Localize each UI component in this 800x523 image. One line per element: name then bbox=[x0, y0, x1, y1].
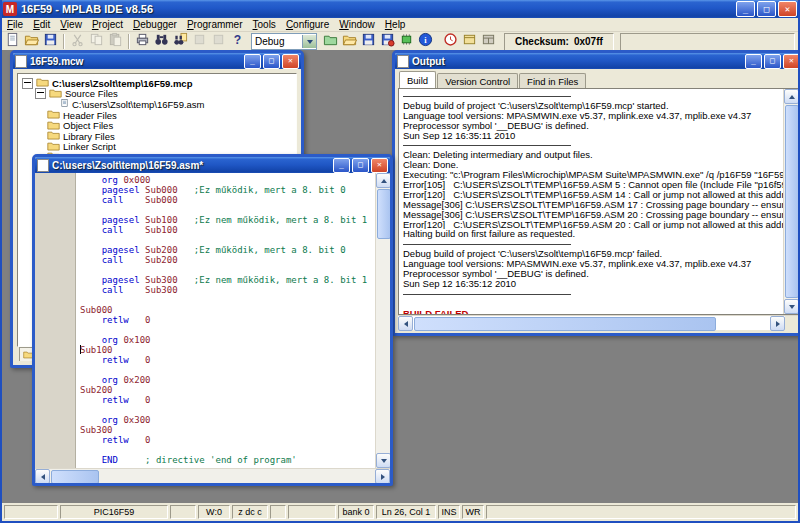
build-configuration-select[interactable]: Debug bbox=[251, 33, 317, 50]
output-window-titlebar[interactable]: Output _ □ ✕ bbox=[395, 53, 798, 69]
editor-window-titlebar[interactable]: C:\users\Zsolt\temp\16F59.asm* _ □ ✕ bbox=[35, 157, 390, 173]
code-line[interactable]: retlw 0 bbox=[80, 395, 375, 405]
tree-item[interactable]: Linker Script bbox=[20, 142, 294, 153]
output-horizontal-scrollbar[interactable] bbox=[398, 315, 798, 330]
menu-debugger[interactable]: Debugger bbox=[128, 19, 182, 30]
project-window-titlebar[interactable]: 16F59.mcw _ □ ✕ bbox=[13, 53, 301, 69]
code-line[interactable]: pagesel Sub000 ;Ez működik, mert a 8. bi… bbox=[80, 185, 375, 195]
code-line[interactable]: Sub200 bbox=[80, 385, 375, 395]
output-window[interactable]: Output _ □ ✕ BuildVersion ControlFind in… bbox=[392, 50, 798, 336]
code-line[interactable]: Sub100 bbox=[80, 345, 375, 355]
editor-horizontal-scrollbar[interactable] bbox=[35, 468, 390, 483]
scrollbar-thumb[interactable] bbox=[51, 470, 99, 484]
scrollbar-thumb[interactable] bbox=[414, 317, 716, 331]
tree-item[interactable]: Header Files bbox=[20, 110, 294, 121]
output-minimize-button[interactable]: _ bbox=[745, 54, 762, 69]
code-line[interactable] bbox=[80, 205, 375, 215]
code-line[interactable] bbox=[80, 365, 375, 375]
help-button[interactable]: ? bbox=[228, 33, 247, 50]
code-line[interactable]: call Sub200 bbox=[80, 255, 375, 265]
menu-help[interactable]: Help bbox=[380, 19, 411, 30]
editor-window[interactable]: C:\users\Zsolt\temp\16F59.asm* _ □ ✕ org… bbox=[32, 154, 393, 486]
code-line[interactable]: retlw 0 bbox=[80, 435, 375, 445]
tree-collapse-icon[interactable] bbox=[35, 88, 46, 99]
scroll-down-icon[interactable] bbox=[376, 453, 391, 468]
scroll-left-icon[interactable] bbox=[398, 316, 413, 331]
code-line[interactable] bbox=[80, 445, 375, 455]
breakpoints-button[interactable] bbox=[479, 33, 498, 50]
code-line[interactable]: call Sub000 bbox=[80, 195, 375, 205]
editor-vertical-scrollbar[interactable] bbox=[375, 173, 390, 468]
find-button[interactable] bbox=[152, 33, 171, 50]
code-editor[interactable]: org 0x000 pagesel Sub000 ;Ez működik, me… bbox=[76, 173, 375, 468]
output-maximize-button[interactable]: □ bbox=[764, 54, 781, 69]
tree-collapse-icon[interactable] bbox=[22, 78, 33, 89]
menu-project[interactable]: Project bbox=[87, 19, 128, 30]
tree-item[interactable]: Object Files bbox=[20, 120, 294, 131]
code-line[interactable]: END ; directive 'end of program' bbox=[80, 455, 375, 465]
save-workspace-button[interactable] bbox=[359, 33, 378, 50]
title-bar[interactable]: M 16F59 - MPLAB IDE v8.56 _ □ ✕ bbox=[0, 0, 800, 18]
code-line[interactable]: org 0x100 bbox=[80, 335, 375, 345]
minimize-button[interactable]: _ bbox=[736, 1, 755, 17]
scrollbar-thumb[interactable] bbox=[785, 105, 798, 298]
stopwatch-button[interactable] bbox=[441, 33, 460, 50]
about-info-button[interactable]: i bbox=[416, 33, 435, 50]
scroll-up-icon[interactable] bbox=[376, 173, 391, 188]
code-line[interactable]: call Sub100 bbox=[80, 225, 375, 235]
menu-tools[interactable]: Tools bbox=[248, 19, 281, 30]
print-button[interactable] bbox=[133, 33, 152, 50]
tree-item[interactable]: Library Files bbox=[20, 131, 294, 142]
tab-build[interactable]: Build bbox=[399, 71, 436, 88]
scroll-down-icon[interactable] bbox=[784, 299, 798, 314]
open-file-button[interactable] bbox=[22, 33, 41, 50]
menu-edit[interactable]: Edit bbox=[28, 19, 55, 30]
chevron-down-icon[interactable] bbox=[302, 35, 316, 48]
code-line[interactable] bbox=[80, 325, 375, 335]
program-target-button[interactable] bbox=[397, 33, 416, 50]
find-in-files-button[interactable] bbox=[171, 33, 190, 50]
menu-view[interactable]: View bbox=[55, 19, 87, 30]
scroll-up-icon[interactable] bbox=[784, 89, 798, 104]
open-project-button[interactable] bbox=[340, 33, 359, 50]
tab-find-in-files[interactable]: Find in Files bbox=[519, 73, 586, 88]
scrollbar-thumb[interactable] bbox=[377, 189, 391, 239]
tree-item[interactable]: C:\users\Zsolt\temp\16F59.asm bbox=[20, 99, 294, 110]
menu-configure[interactable]: Configure bbox=[281, 19, 334, 30]
project-minimize-button[interactable]: _ bbox=[244, 54, 261, 69]
code-line[interactable] bbox=[80, 295, 375, 305]
close-button[interactable]: ✕ bbox=[778, 1, 797, 17]
editor-close-button[interactable]: ✕ bbox=[371, 158, 388, 173]
code-line[interactable]: org 0x200 bbox=[80, 375, 375, 385]
output-vertical-scrollbar[interactable] bbox=[783, 89, 798, 314]
editor-maximize-button[interactable]: □ bbox=[352, 158, 369, 173]
code-line[interactable]: pagesel Sub100 ;Ez nem működik, mert a 8… bbox=[80, 215, 375, 225]
menu-window[interactable]: Window bbox=[334, 19, 380, 30]
code-line[interactable]: retlw 0 bbox=[80, 355, 375, 365]
code-line[interactable]: Sub300 bbox=[80, 425, 375, 435]
scroll-right-icon[interactable] bbox=[375, 469, 390, 484]
save-file-button[interactable] bbox=[41, 33, 60, 50]
code-line[interactable]: pagesel Sub300 ;Ez nem működik, mert a 8… bbox=[80, 275, 375, 285]
output-close-button[interactable]: ✕ bbox=[783, 54, 798, 69]
new-project-button[interactable] bbox=[321, 33, 340, 50]
tab-version-control[interactable]: Version Control bbox=[437, 73, 518, 88]
output-build-log[interactable]: Debug build of project 'C:\users\Zsolt\t… bbox=[399, 89, 783, 314]
scroll-left-icon[interactable] bbox=[35, 469, 50, 484]
code-line[interactable]: pagesel Sub200 ;Ez működik, mert a 8. bi… bbox=[80, 245, 375, 255]
menu-programmer[interactable]: Programmer bbox=[182, 19, 248, 30]
editor-minimize-button[interactable]: _ bbox=[333, 158, 350, 173]
menu-file[interactable]: File bbox=[2, 19, 28, 30]
code-line[interactable] bbox=[80, 265, 375, 275]
new-file-button[interactable] bbox=[3, 33, 22, 50]
code-line[interactable] bbox=[80, 405, 375, 415]
code-line[interactable] bbox=[80, 235, 375, 245]
build-button[interactable] bbox=[378, 33, 397, 50]
sim-settings-button[interactable] bbox=[460, 33, 479, 50]
code-line[interactable]: call Sub300 bbox=[80, 285, 375, 295]
code-line[interactable]: Sub000 bbox=[80, 305, 375, 315]
code-line[interactable]: org 0x300 bbox=[80, 415, 375, 425]
maximize-button[interactable]: □ bbox=[757, 1, 776, 17]
code-line[interactable]: retlw 0 bbox=[80, 315, 375, 325]
code-line[interactable]: org 0x000 bbox=[80, 175, 375, 185]
